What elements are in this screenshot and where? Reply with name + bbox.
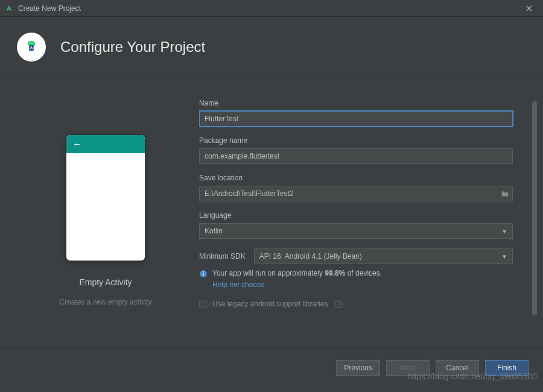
name-field: Name: [199, 99, 513, 127]
phone-appbar: ←: [66, 135, 145, 153]
coverage-text: Your app will run on approximately 99.8%…: [212, 269, 382, 277]
language-field: Language Kotlin ▼: [199, 211, 513, 239]
browse-folder-icon[interactable]: [501, 189, 509, 198]
language-value: Kotlin: [205, 227, 223, 235]
help-icon[interactable]: ?: [335, 300, 343, 308]
wizard-header: Configure Your Project: [0, 17, 543, 77]
name-label: Name: [199, 99, 513, 107]
legacy-checkbox[interactable]: [199, 300, 208, 308]
svg-rect-0: [29, 45, 34, 51]
finish-button[interactable]: Finish: [485, 360, 529, 376]
cancel-button[interactable]: Cancel: [436, 360, 479, 376]
location-input[interactable]: [199, 186, 513, 201]
close-button[interactable]: [520, 0, 538, 17]
language-select[interactable]: Kotlin ▼: [199, 223, 513, 239]
package-label: Package name: [199, 136, 513, 145]
titlebar: Create New Project: [0, 0, 543, 17]
previous-button[interactable]: Previous: [336, 360, 380, 376]
legacy-libraries-row: Use legacy android.support libraries ?: [199, 300, 513, 308]
package-field: Package name: [199, 136, 513, 164]
page-title: Configure Your Project: [60, 39, 205, 55]
name-input[interactable]: [199, 111, 513, 127]
chevron-down-icon: ▼: [501, 228, 507, 235]
sdk-select[interactable]: API 16: Android 4.1 (Jelly Bean) ▼: [254, 248, 513, 264]
back-arrow-icon: ←: [72, 139, 82, 150]
phone-preview: ←: [66, 135, 145, 261]
form-panel: Name Package name Save location: [199, 99, 531, 343]
next-button: Next: [386, 360, 430, 376]
info-icon: i: [199, 270, 208, 278]
package-input[interactable]: [199, 148, 513, 164]
language-label: Language: [199, 211, 513, 220]
sdk-field: Minimum SDK API 16: Android 4.1 (Jelly B…: [199, 248, 513, 264]
content-area: ← Empty Activity Creates a new empty act…: [0, 77, 543, 349]
sdk-label: Minimum SDK: [199, 252, 246, 261]
template-name: Empty Activity: [79, 277, 132, 287]
location-field: Save location: [199, 174, 513, 201]
android-studio-logo: [17, 33, 46, 62]
android-studio-icon: [5, 4, 13, 13]
sdk-value: API 16: Android 4.1 (Jelly Bean): [259, 252, 362, 261]
template-preview-panel: ← Empty Activity Creates a new empty act…: [12, 99, 199, 343]
device-coverage-info: i Your app will run on approximately 99.…: [199, 269, 513, 278]
scrollbar-track[interactable]: [532, 101, 537, 337]
window-title: Create New Project: [18, 4, 81, 13]
legacy-label: Use legacy android.support libraries: [212, 300, 328, 308]
help-choose-link[interactable]: Help me choose: [212, 280, 265, 289]
location-label: Save location: [199, 174, 513, 182]
svg-text:i: i: [203, 271, 205, 277]
wizard-footer: Previous Next Cancel Finish: [0, 349, 543, 386]
template-description: Creates a new empty activity: [59, 298, 151, 306]
chevron-down-icon: ▼: [501, 253, 507, 260]
scrollbar-thumb[interactable]: [532, 101, 537, 315]
